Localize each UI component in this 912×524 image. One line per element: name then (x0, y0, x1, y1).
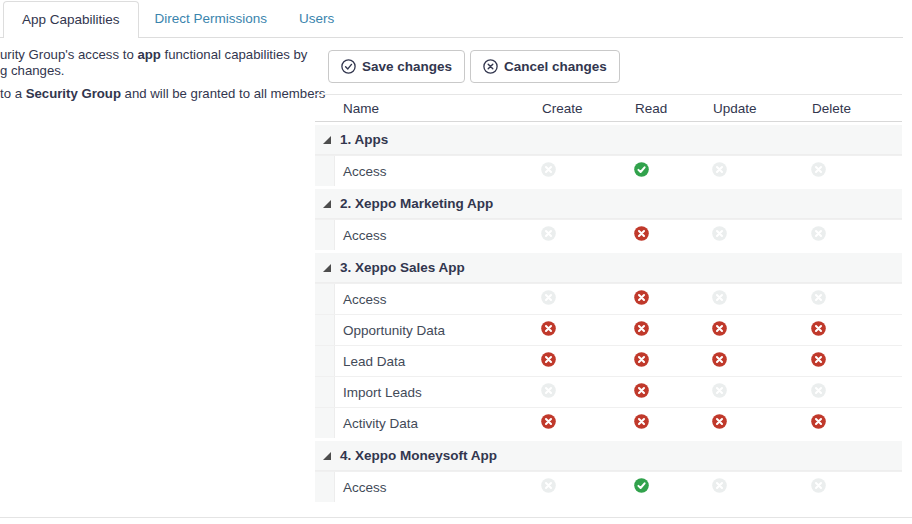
toolbar: Save changes Cancel changes (328, 50, 620, 83)
delete-permission-cell (810, 383, 902, 401)
tab-direct-permissions[interactable]: Direct Permissions (139, 0, 284, 37)
column-header-read: Read (633, 101, 711, 116)
disabled-icon (541, 290, 556, 305)
read-permission-toggle[interactable] (634, 290, 649, 305)
collapse-group-icon[interactable] (323, 136, 331, 144)
disabled-icon (712, 226, 727, 241)
read-permission-toggle[interactable] (634, 321, 649, 336)
denied-icon (712, 321, 727, 336)
circled-x-icon (483, 59, 498, 74)
save-changes-button[interactable]: Save changes (328, 50, 465, 83)
delete-permission-toggle[interactable] (811, 321, 826, 336)
denied-icon (811, 352, 826, 367)
update-permission-toggle[interactable] (712, 414, 727, 429)
bottom-divider (0, 517, 912, 518)
group-indent-cell (315, 346, 335, 376)
group-indent-cell (315, 315, 335, 345)
update-permission-cell (711, 290, 810, 308)
create-permission-toggle (541, 290, 556, 305)
capability-name: Activity Data (335, 416, 540, 431)
read-permission-cell (633, 383, 711, 401)
create-permission-cell (540, 383, 633, 401)
capability-name: Access (335, 480, 540, 495)
read-permission-toggle[interactable] (634, 352, 649, 367)
disabled-icon (712, 478, 727, 493)
delete-permission-toggle (811, 226, 826, 241)
disabled-icon (811, 383, 826, 398)
group-header-row: 3. Xeppo Sales App (315, 253, 902, 283)
delete-permission-cell (810, 478, 902, 496)
delete-permission-toggle (811, 162, 826, 177)
denied-icon (811, 414, 826, 429)
create-permission-toggle[interactable] (541, 414, 556, 429)
denied-icon (811, 321, 826, 336)
disabled-icon (712, 383, 727, 398)
update-permission-cell (711, 383, 810, 401)
denied-icon (541, 414, 556, 429)
permission-row: Access (315, 155, 902, 186)
permission-row: Opportunity Data (315, 314, 902, 345)
permission-row: Import Leads (315, 376, 902, 407)
delete-permission-toggle (811, 290, 826, 305)
permissions-grid: Name Create Read Update Delete 1. AppsAc… (315, 94, 902, 502)
read-permission-cell (633, 226, 711, 244)
update-permission-toggle[interactable] (712, 352, 727, 367)
read-permission-toggle[interactable] (634, 478, 649, 493)
capability-name: Access (335, 164, 540, 179)
permission-row: Access (315, 471, 902, 502)
denied-icon (634, 414, 649, 429)
group-header-row: 2. Xeppo Marketing App (315, 189, 902, 219)
capability-name: Opportunity Data (335, 323, 540, 338)
intro-paragraph-1-line-1: urity Group's access to app functional c… (0, 47, 307, 63)
delete-permission-cell (810, 352, 902, 370)
tab-users[interactable]: Users (283, 0, 350, 37)
update-permission-cell (711, 478, 810, 496)
column-header-create: Create (540, 101, 633, 116)
update-permission-cell (711, 414, 810, 432)
read-permission-toggle[interactable] (634, 414, 649, 429)
column-header-update: Update (711, 101, 810, 116)
delete-permission-cell (810, 162, 902, 180)
permission-row: Access (315, 219, 902, 250)
delete-permission-cell (810, 321, 902, 339)
granted-icon (634, 478, 649, 493)
create-permission-toggle[interactable] (541, 352, 556, 367)
group-header-row: 1. Apps (315, 125, 902, 155)
denied-icon (712, 352, 727, 367)
column-header-name: Name (335, 101, 540, 116)
disabled-icon (541, 162, 556, 177)
group-title: 3. Xeppo Sales App (340, 260, 465, 275)
disabled-icon (541, 478, 556, 493)
update-permission-cell (711, 321, 810, 339)
read-permission-toggle[interactable] (634, 162, 649, 177)
cancel-changes-button[interactable]: Cancel changes (470, 50, 620, 83)
group-title: 2. Xeppo Marketing App (340, 196, 493, 211)
group-indent-cell (315, 284, 335, 314)
read-permission-toggle[interactable] (634, 226, 649, 241)
update-permission-toggle (712, 478, 727, 493)
disabled-icon (712, 290, 727, 305)
delete-permission-cell (810, 226, 902, 244)
disabled-icon (541, 383, 556, 398)
update-permission-cell (711, 352, 810, 370)
create-permission-toggle[interactable] (541, 321, 556, 336)
read-permission-cell (633, 352, 711, 370)
create-permission-cell (540, 352, 633, 370)
denied-icon (541, 352, 556, 367)
update-permission-toggle[interactable] (712, 321, 727, 336)
capability-name: Access (335, 292, 540, 307)
capability-name: Access (335, 228, 540, 243)
denied-icon (541, 321, 556, 336)
read-permission-toggle[interactable] (634, 383, 649, 398)
permission-row: Activity Data (315, 407, 902, 438)
delete-permission-toggle[interactable] (811, 352, 826, 367)
capability-name: Lead Data (335, 354, 540, 369)
tab-app-capabilities[interactable]: App Capabilities (3, 1, 139, 38)
permission-row: Lead Data (315, 345, 902, 376)
disabled-icon (811, 290, 826, 305)
collapse-group-icon[interactable] (323, 200, 331, 208)
collapse-group-icon[interactable] (323, 452, 331, 460)
collapse-group-icon[interactable] (323, 264, 331, 272)
create-permission-cell (540, 226, 633, 244)
delete-permission-toggle[interactable] (811, 414, 826, 429)
